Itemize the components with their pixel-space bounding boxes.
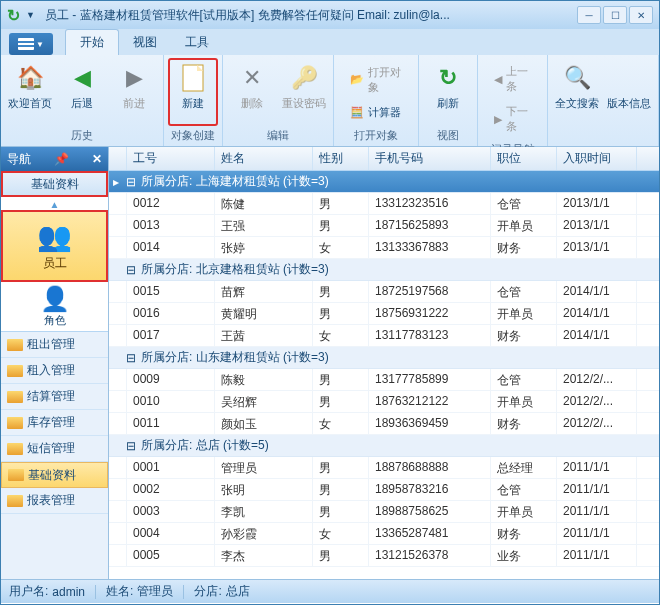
pin-icon[interactable]: 📌	[54, 152, 69, 166]
col-phone[interactable]: 手机号码	[369, 147, 491, 170]
open-icon: 📂	[350, 73, 364, 86]
status-user: admin	[52, 585, 85, 599]
nav-section-basic-data[interactable]: 基础资料	[1, 171, 108, 197]
search-icon: 🔍	[561, 62, 593, 94]
table-row[interactable]: 0015苗辉男18725197568仓管2014/1/1	[109, 281, 659, 303]
group-history-label: 历史	[71, 126, 93, 146]
maximize-button[interactable]: ☐	[603, 6, 627, 24]
col-position[interactable]: 职位	[491, 147, 557, 170]
status-name-label: 姓名:	[106, 583, 133, 600]
calculator-icon: 🧮	[350, 106, 364, 119]
close-button[interactable]: ✕	[629, 6, 653, 24]
group-create-label: 对象创建	[171, 126, 215, 146]
col-name[interactable]: 姓名	[215, 147, 313, 170]
next-record-button[interactable]: ▶下一条	[488, 102, 537, 136]
table-row[interactable]: 0012陈健男13312323516仓管2013/1/1	[109, 193, 659, 215]
table-row[interactable]: 0016黄耀明男18756931222开单员2014/1/1	[109, 303, 659, 325]
collapse-icon[interactable]: ⊟	[125, 175, 137, 189]
tab-tools[interactable]: 工具	[171, 30, 223, 55]
svg-rect-0	[18, 38, 34, 50]
home-icon: 🏠	[14, 62, 46, 94]
table-row[interactable]: 0013王强男18715625893开单员2013/1/1	[109, 215, 659, 237]
nav-item-role[interactable]: 👤 角色	[1, 282, 108, 332]
forward-button[interactable]: ▶ 前进	[109, 58, 159, 126]
calculator-button[interactable]: 🧮计算器	[344, 103, 408, 122]
info-icon	[613, 62, 645, 94]
employee-icon: 👥	[37, 220, 72, 253]
col-id[interactable]: 工号	[127, 147, 215, 170]
group-view-label: 视图	[437, 126, 459, 146]
qat-dropdown-icon[interactable]: ▼	[26, 10, 35, 20]
nav-list-item[interactable]: 租出管理	[1, 332, 108, 358]
fulltext-search-button[interactable]: 🔍 全文搜索	[552, 58, 602, 141]
next-icon: ▶	[494, 113, 502, 126]
delete-icon: ✕	[236, 62, 268, 94]
minimize-button[interactable]: ─	[577, 6, 601, 24]
nav-list-item[interactable]: 库存管理	[1, 410, 108, 436]
refresh-qat-icon[interactable]: ↻	[7, 6, 20, 25]
version-info-button[interactable]: 版本信息	[604, 58, 654, 141]
nav-item-employee[interactable]: 👥 员工	[1, 210, 108, 282]
col-date[interactable]: 入职时间	[557, 147, 637, 170]
back-icon: ◀	[66, 62, 98, 94]
folder-icon	[7, 443, 23, 455]
table-row[interactable]: 0002张明男18958783216仓管2011/1/1	[109, 479, 659, 501]
folder-icon	[8, 469, 24, 481]
new-button[interactable]: 新建	[168, 58, 218, 126]
col-gender[interactable]: 性别	[313, 147, 369, 170]
folder-icon	[7, 417, 23, 429]
scroll-up-icon[interactable]: ▲	[1, 199, 108, 210]
status-bar: 用户名: admin 姓名: 管理员 分店: 总店	[1, 579, 659, 603]
delete-button[interactable]: ✕ 删除	[227, 58, 277, 126]
key-icon: 🔑	[288, 62, 320, 94]
group-row[interactable]: ▸⊟所属分店: 上海建材租赁站 (计数=3)	[109, 171, 659, 193]
nav-list-item[interactable]: 报表管理	[1, 488, 108, 514]
refresh-button[interactable]: ↻ 刷新	[423, 58, 473, 126]
nav-list-item[interactable]: 租入管理	[1, 358, 108, 384]
table-row[interactable]: 0005李杰男13121526378业务2011/1/1	[109, 545, 659, 567]
back-button[interactable]: ◀ 后退	[57, 58, 107, 126]
nav-list-item[interactable]: 短信管理	[1, 436, 108, 462]
tab-start[interactable]: 开始	[65, 29, 119, 55]
role-icon: 👤	[40, 285, 70, 313]
nav-list-item[interactable]: 基础资料	[1, 462, 108, 488]
folder-icon	[7, 339, 23, 351]
reset-password-button[interactable]: 🔑 重设密码	[279, 58, 329, 126]
app-menu-button[interactable]: ▼	[9, 33, 53, 55]
table-row[interactable]: 0003李凯男18988758625开单员2011/1/1	[109, 501, 659, 523]
group-row[interactable]: ⊟所属分店: 山东建材租赁站 (计数=3)	[109, 347, 659, 369]
table-row[interactable]: 0014张婷女13133367883财务2013/1/1	[109, 237, 659, 259]
group-edit-label: 编辑	[267, 126, 289, 146]
table-row[interactable]: 0010吴绍辉男18763212122开单员2012/2/...	[109, 391, 659, 413]
group-row[interactable]: ⊟所属分店: 总店 (计数=5)	[109, 435, 659, 457]
folder-icon	[7, 365, 23, 377]
expand-column[interactable]	[109, 147, 127, 170]
svg-rect-2	[18, 45, 34, 47]
svg-rect-1	[18, 41, 34, 43]
navigation-panel: 导航 📌 ✕ 基础资料 ▲ 👥 员工 👤 角色 租出管理租入管理结算管理库存管理…	[1, 147, 109, 579]
status-branch: 总店	[226, 583, 250, 600]
folder-icon	[7, 391, 23, 403]
nav-list-item[interactable]: 结算管理	[1, 384, 108, 410]
forward-icon: ▶	[118, 62, 150, 94]
nav-header: 导航 📌 ✕	[1, 147, 108, 171]
collapse-icon[interactable]: ⊟	[125, 263, 137, 277]
nav-close-button[interactable]: ✕	[92, 152, 102, 166]
status-branch-label: 分店:	[194, 583, 221, 600]
group-open-label: 打开对象	[354, 126, 398, 146]
tab-view[interactable]: 视图	[119, 30, 171, 55]
collapse-icon[interactable]: ⊟	[125, 351, 137, 365]
open-object-button[interactable]: 📂打开对象	[344, 63, 408, 97]
prev-record-button[interactable]: ◀上一条	[488, 62, 537, 96]
table-row[interactable]: 0004孙彩霞女13365287481财务2011/1/1	[109, 523, 659, 545]
prev-icon: ◀	[494, 73, 502, 86]
table-row[interactable]: 0017王茜女13117783123财务2014/1/1	[109, 325, 659, 347]
group-row[interactable]: ⊟所属分店: 北京建格租赁站 (计数=3)	[109, 259, 659, 281]
welcome-button[interactable]: 🏠 欢迎首页	[5, 58, 55, 126]
refresh-icon: ↻	[432, 62, 464, 94]
collapse-icon[interactable]: ⊟	[125, 439, 137, 453]
table-row[interactable]: 0009陈毅男13177785899仓管2012/2/...	[109, 369, 659, 391]
table-row[interactable]: 0011颜如玉女18936369459财务2012/2/...	[109, 413, 659, 435]
grid-body[interactable]: ▸⊟所属分店: 上海建材租赁站 (计数=3)0012陈健男13312323516…	[109, 171, 659, 579]
table-row[interactable]: 0001管理员男18878688888总经理2011/1/1	[109, 457, 659, 479]
